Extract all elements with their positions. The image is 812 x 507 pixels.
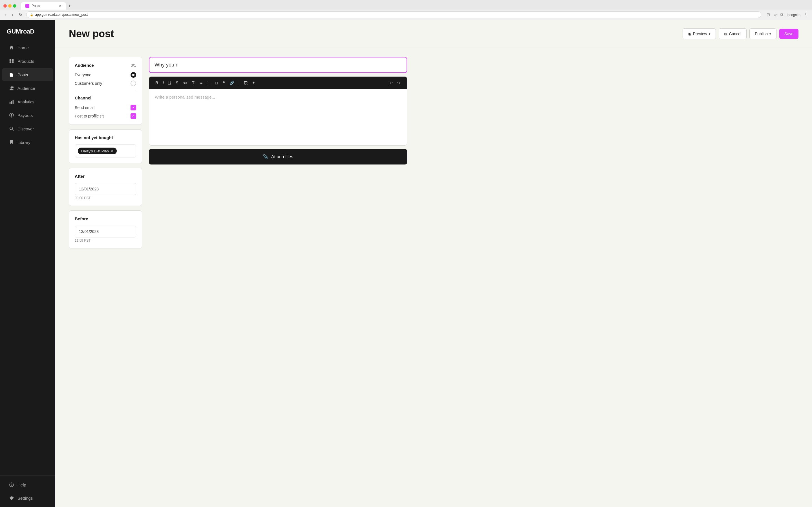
checkbox-item-profile[interactable]: Post to profile (?) ✓ xyxy=(75,113,136,119)
preview-button[interactable]: ◉ Preview ▾ xyxy=(682,29,716,39)
radio-inner xyxy=(132,74,135,76)
chrome-menu-button[interactable]: ⋮ xyxy=(803,11,809,18)
minimize-dot[interactable] xyxy=(8,4,11,8)
preview-label: Preview xyxy=(693,32,707,36)
everyone-radio[interactable] xyxy=(131,72,136,78)
sidebar-item-home[interactable]: Home xyxy=(2,41,53,54)
active-tab[interactable]: Posts ✕ xyxy=(21,2,66,10)
channel-header: Channel xyxy=(75,96,136,100)
toolbar-separator xyxy=(239,80,239,86)
filter-section: Has not yet bought Daisy's Diet Plan ✕ xyxy=(69,129,142,163)
main-content: New post ◉ Preview ▾ ⊠ Cancel Publish ▾ … xyxy=(55,20,812,507)
sidebar-item-discover[interactable]: Discover xyxy=(2,122,53,135)
post-profile-help-icon[interactable]: (?) xyxy=(100,114,104,118)
browser-chrome: Posts ✕ + ‹ › ↻ 🔒 app.gumroad.com/posts#… xyxy=(0,0,812,20)
extension-icon[interactable]: ⧉ xyxy=(779,11,784,18)
browser-toolbar-right: ⊡ ☆ ⧉ Incognito ⋮ xyxy=(766,11,809,18)
close-dot[interactable] xyxy=(3,4,7,8)
sidebar-bottom: Help Settings xyxy=(0,475,55,507)
filter-tag-label: Daisy's Diet Plan xyxy=(81,149,109,153)
incognito-label: Incognito xyxy=(786,13,801,17)
audience-header: Audience 0/1 xyxy=(75,63,136,68)
toolbar-underline-button[interactable]: U xyxy=(167,79,173,86)
sidebar-item-products[interactable]: Products xyxy=(2,55,53,68)
post-to-profile-checkbox[interactable]: ✓ xyxy=(131,113,136,119)
settings-panel: Audience 0/1 Everyone Customer xyxy=(69,57,142,253)
send-email-checkbox[interactable]: ✓ xyxy=(131,105,136,110)
after-date-input[interactable] xyxy=(75,183,136,195)
url-text: app.gumroad.com/posts#new_post xyxy=(35,13,88,17)
toolbar-textsize-button[interactable]: Tt xyxy=(190,79,197,86)
toolbar-code-button[interactable]: <> xyxy=(181,79,189,86)
editor-toolbar: B I U S <> Tt ≡ 1. ⊟ ❝ 🔗 🖼 xyxy=(149,76,407,89)
toolbar-align-button[interactable]: ⊟ xyxy=(213,79,220,86)
sidebar-item-audience[interactable]: Audience xyxy=(2,82,53,95)
customers-radio[interactable] xyxy=(131,80,136,86)
save-button[interactable]: Save xyxy=(779,29,799,39)
toolbar-image-button[interactable]: 🖼 xyxy=(242,79,249,86)
before-date-input[interactable] xyxy=(75,226,136,237)
document-icon xyxy=(9,72,14,77)
toolbar-link-button[interactable]: 🔗 xyxy=(228,79,236,86)
back-button[interactable]: ‹ xyxy=(3,11,8,18)
sidebar-label-discover: Discover xyxy=(17,126,34,131)
checkmark-icon: ✓ xyxy=(132,106,135,110)
refresh-button[interactable]: ↻ xyxy=(17,11,24,18)
toolbar-special-button[interactable]: ✦ xyxy=(250,79,257,86)
browser-tabs: Posts ✕ + xyxy=(21,2,73,10)
new-tab-button[interactable]: + xyxy=(66,2,73,10)
toolbar-bold-button[interactable]: B xyxy=(154,79,160,86)
address-bar[interactable]: 🔒 app.gumroad.com/posts#new_post xyxy=(26,11,761,18)
page-header: New post ◉ Preview ▾ ⊠ Cancel Publish ▾ … xyxy=(55,20,812,48)
sidebar-item-settings[interactable]: Settings xyxy=(2,492,53,504)
star-icon[interactable]: ☆ xyxy=(772,11,778,18)
post-title-input[interactable] xyxy=(149,57,407,73)
audience-radio-group: Everyone Customers only xyxy=(75,72,136,86)
publish-chevron-icon: ▾ xyxy=(769,32,771,36)
sidebar-item-analytics[interactable]: Analytics xyxy=(2,95,53,108)
customers-label: Customers only xyxy=(75,81,102,86)
maximize-dot[interactable] xyxy=(13,4,16,8)
toolbar-ordered-button[interactable]: 1. xyxy=(205,79,212,86)
sidebar-item-help[interactable]: Help xyxy=(2,478,53,491)
tag-input-area[interactable]: Daisy's Diet Plan ✕ xyxy=(75,145,136,158)
sidebar-item-library[interactable]: Library xyxy=(2,136,53,149)
sidebar-item-posts[interactable]: Posts xyxy=(2,68,53,81)
filter-tag-remove-button[interactable]: ✕ xyxy=(110,149,114,153)
publish-label: Publish xyxy=(755,32,768,36)
svg-rect-4 xyxy=(10,102,11,104)
attach-files-button[interactable]: 📎 Attach files xyxy=(149,149,407,165)
after-header: After xyxy=(75,174,136,179)
logo[interactable]: GUMroaD xyxy=(0,20,55,41)
title-input-container xyxy=(149,57,407,73)
checkbox-item-email[interactable]: Send email ✓ xyxy=(75,105,136,110)
toolbar-redo-button[interactable]: ↪ xyxy=(396,79,402,86)
cast-icon[interactable]: ⊡ xyxy=(766,11,771,18)
header-actions: ◉ Preview ▾ ⊠ Cancel Publish ▾ Save xyxy=(682,29,799,39)
svg-rect-6 xyxy=(13,100,14,104)
audience-count: 0/1 xyxy=(131,63,136,68)
cancel-button[interactable]: ⊠ Cancel xyxy=(719,29,747,39)
filter-title: Has not yet bought xyxy=(75,135,113,140)
toolbar-strikethrough-button[interactable]: S xyxy=(174,79,180,86)
editor-content[interactable]: Write a personalized message... xyxy=(149,89,407,145)
toolbar-undo-button[interactable]: ↩ xyxy=(388,79,395,86)
tab-favicon xyxy=(26,4,29,8)
before-date-hint: 11:59 PST xyxy=(75,238,136,242)
toolbar-quote-button[interactable]: ❝ xyxy=(221,79,227,86)
radio-item-everyone[interactable]: Everyone xyxy=(75,72,136,78)
send-email-label: Send email xyxy=(75,105,94,110)
toolbar-bullet-button[interactable]: ≡ xyxy=(199,79,204,86)
channel-title: Channel xyxy=(75,96,91,100)
sidebar-label-library: Library xyxy=(17,140,31,145)
toolbar-italic-button[interactable]: I xyxy=(161,79,165,86)
after-title: After xyxy=(75,174,85,179)
preview-chevron-icon: ▾ xyxy=(709,32,711,36)
user-menu[interactable]: Incognito xyxy=(786,11,801,18)
radio-item-customers[interactable]: Customers only xyxy=(75,80,136,86)
sidebar-item-payouts[interactable]: Payouts xyxy=(2,109,53,122)
audience-title: Audience xyxy=(75,63,94,68)
publish-button[interactable]: Publish ▾ xyxy=(749,29,776,39)
tab-close-button[interactable]: ✕ xyxy=(59,4,61,8)
forward-button[interactable]: › xyxy=(10,11,15,18)
